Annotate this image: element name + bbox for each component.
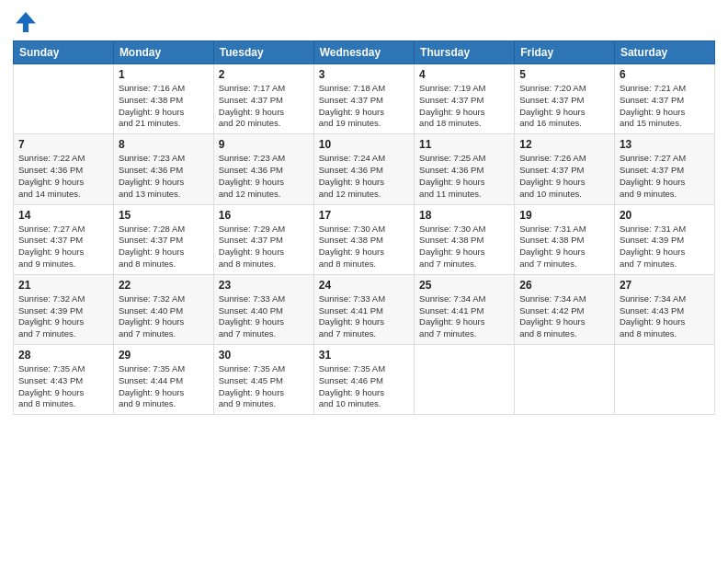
- calendar-cell: 15Sunrise: 7:28 AM Sunset: 4:37 PM Dayli…: [113, 204, 213, 274]
- day-number: 30: [219, 349, 309, 362]
- day-number: 19: [519, 209, 609, 222]
- day-info: Sunrise: 7:35 AM Sunset: 4:43 PM Dayligh…: [18, 363, 108, 410]
- calendar-cell: 26Sunrise: 7:34 AM Sunset: 4:42 PM Dayli…: [515, 274, 615, 344]
- calendar-cell: [515, 345, 615, 415]
- week-row-3: 21Sunrise: 7:32 AM Sunset: 4:39 PM Dayli…: [14, 274, 715, 344]
- calendar-cell: 25Sunrise: 7:34 AM Sunset: 4:41 PM Dayli…: [415, 274, 515, 344]
- day-info: Sunrise: 7:17 AM Sunset: 4:37 PM Dayligh…: [219, 83, 309, 130]
- weekday-header-row: SundayMondayTuesdayWednesdayThursdayFrid…: [14, 41, 715, 64]
- calendar-cell: 21Sunrise: 7:32 AM Sunset: 4:39 PM Dayli…: [14, 274, 114, 344]
- day-number: 1: [119, 68, 209, 81]
- calendar-cell: 13Sunrise: 7:27 AM Sunset: 4:37 PM Dayli…: [614, 134, 714, 204]
- weekday-header-friday: Friday: [515, 41, 615, 64]
- calendar-cell: 24Sunrise: 7:33 AM Sunset: 4:41 PM Dayli…: [313, 274, 414, 344]
- calendar-cell: 6Sunrise: 7:21 AM Sunset: 4:37 PM Daylig…: [614, 64, 714, 134]
- logo: [13, 9, 40, 35]
- day-info: Sunrise: 7:33 AM Sunset: 4:41 PM Dayligh…: [319, 293, 409, 340]
- calendar-cell: 20Sunrise: 7:31 AM Sunset: 4:39 PM Dayli…: [614, 204, 714, 274]
- calendar-cell: 22Sunrise: 7:32 AM Sunset: 4:40 PM Dayli…: [113, 274, 213, 344]
- day-number: 22: [119, 279, 209, 292]
- calendar-cell: 9Sunrise: 7:23 AM Sunset: 4:36 PM Daylig…: [213, 134, 313, 204]
- weekday-header-sunday: Sunday: [14, 41, 114, 64]
- calendar-cell: 5Sunrise: 7:20 AM Sunset: 4:37 PM Daylig…: [515, 64, 615, 134]
- day-number: 17: [319, 209, 409, 222]
- day-number: 24: [319, 279, 409, 292]
- day-number: 15: [119, 209, 209, 222]
- day-number: 3: [319, 68, 409, 81]
- day-info: Sunrise: 7:32 AM Sunset: 4:40 PM Dayligh…: [119, 293, 209, 340]
- day-info: Sunrise: 7:18 AM Sunset: 4:37 PM Dayligh…: [319, 83, 409, 130]
- weekday-header-wednesday: Wednesday: [313, 41, 414, 64]
- calendar-cell: 12Sunrise: 7:26 AM Sunset: 4:37 PM Dayli…: [515, 134, 615, 204]
- day-info: Sunrise: 7:26 AM Sunset: 4:37 PM Dayligh…: [519, 153, 609, 200]
- day-number: 26: [519, 279, 609, 292]
- day-info: Sunrise: 7:31 AM Sunset: 4:38 PM Dayligh…: [519, 224, 609, 270]
- day-number: 28: [18, 349, 108, 362]
- calendar-cell: 14Sunrise: 7:27 AM Sunset: 4:37 PM Dayli…: [14, 204, 114, 274]
- calendar-cell: 29Sunrise: 7:35 AM Sunset: 4:44 PM Dayli…: [113, 345, 213, 415]
- calendar-cell: 11Sunrise: 7:25 AM Sunset: 4:36 PM Dayli…: [415, 134, 515, 204]
- calendar-cell: 8Sunrise: 7:23 AM Sunset: 4:36 PM Daylig…: [113, 134, 213, 204]
- day-number: 18: [419, 209, 509, 222]
- day-number: 8: [119, 138, 209, 151]
- week-row-1: 7Sunrise: 7:22 AM Sunset: 4:36 PM Daylig…: [14, 134, 715, 204]
- day-number: 12: [519, 138, 609, 151]
- calendar-cell: 17Sunrise: 7:30 AM Sunset: 4:38 PM Dayli…: [313, 204, 414, 274]
- week-row-2: 14Sunrise: 7:27 AM Sunset: 4:37 PM Dayli…: [14, 204, 715, 274]
- day-number: 11: [419, 138, 509, 151]
- day-info: Sunrise: 7:32 AM Sunset: 4:39 PM Dayligh…: [18, 293, 108, 340]
- day-number: 21: [18, 279, 108, 292]
- day-info: Sunrise: 7:20 AM Sunset: 4:37 PM Dayligh…: [519, 83, 609, 130]
- day-info: Sunrise: 7:30 AM Sunset: 4:38 PM Dayligh…: [319, 224, 409, 270]
- weekday-header-thursday: Thursday: [415, 41, 515, 64]
- calendar-header: SundayMondayTuesdayWednesdayThursdayFrid…: [14, 41, 715, 64]
- day-info: Sunrise: 7:29 AM Sunset: 4:37 PM Dayligh…: [219, 224, 309, 270]
- day-number: 9: [219, 138, 309, 151]
- calendar-cell: 10Sunrise: 7:24 AM Sunset: 4:36 PM Dayli…: [313, 134, 414, 204]
- day-info: Sunrise: 7:24 AM Sunset: 4:36 PM Dayligh…: [319, 153, 409, 200]
- calendar-body: 1Sunrise: 7:16 AM Sunset: 4:38 PM Daylig…: [14, 64, 715, 415]
- day-info: Sunrise: 7:25 AM Sunset: 4:36 PM Dayligh…: [419, 153, 509, 200]
- calendar-cell: 31Sunrise: 7:35 AM Sunset: 4:46 PM Dayli…: [313, 345, 414, 415]
- svg-marker-0: [16, 12, 36, 32]
- calendar-cell: 7Sunrise: 7:22 AM Sunset: 4:36 PM Daylig…: [14, 134, 114, 204]
- day-info: Sunrise: 7:22 AM Sunset: 4:36 PM Dayligh…: [18, 153, 108, 200]
- calendar-cell: 16Sunrise: 7:29 AM Sunset: 4:37 PM Dayli…: [213, 204, 313, 274]
- calendar-table: SundayMondayTuesdayWednesdayThursdayFrid…: [13, 40, 715, 415]
- day-info: Sunrise: 7:34 AM Sunset: 4:41 PM Dayligh…: [419, 293, 509, 340]
- day-info: Sunrise: 7:27 AM Sunset: 4:37 PM Dayligh…: [620, 153, 710, 200]
- day-info: Sunrise: 7:27 AM Sunset: 4:37 PM Dayligh…: [18, 224, 108, 270]
- day-info: Sunrise: 7:33 AM Sunset: 4:40 PM Dayligh…: [219, 293, 309, 340]
- day-info: Sunrise: 7:23 AM Sunset: 4:36 PM Dayligh…: [119, 153, 209, 200]
- day-info: Sunrise: 7:35 AM Sunset: 4:45 PM Dayligh…: [219, 363, 309, 410]
- day-number: 23: [219, 279, 309, 292]
- calendar-cell: 2Sunrise: 7:17 AM Sunset: 4:37 PM Daylig…: [213, 64, 313, 134]
- calendar-cell: [614, 345, 714, 415]
- day-number: 25: [419, 279, 509, 292]
- day-info: Sunrise: 7:28 AM Sunset: 4:37 PM Dayligh…: [119, 224, 209, 270]
- day-info: Sunrise: 7:35 AM Sunset: 4:46 PM Dayligh…: [319, 363, 409, 410]
- calendar-cell: 23Sunrise: 7:33 AM Sunset: 4:40 PM Dayli…: [213, 274, 313, 344]
- header: [13, 9, 715, 35]
- day-number: 5: [519, 68, 609, 81]
- calendar-cell: 19Sunrise: 7:31 AM Sunset: 4:38 PM Dayli…: [515, 204, 615, 274]
- day-number: 4: [419, 68, 509, 81]
- calendar-cell: 18Sunrise: 7:30 AM Sunset: 4:38 PM Dayli…: [415, 204, 515, 274]
- weekday-header-monday: Monday: [113, 41, 213, 64]
- day-number: 7: [18, 138, 108, 151]
- logo-icon: [13, 9, 39, 35]
- day-number: 6: [620, 68, 710, 81]
- weekday-header-saturday: Saturday: [614, 41, 714, 64]
- day-number: 13: [620, 138, 710, 151]
- calendar-cell: 4Sunrise: 7:19 AM Sunset: 4:37 PM Daylig…: [415, 64, 515, 134]
- day-info: Sunrise: 7:34 AM Sunset: 4:42 PM Dayligh…: [519, 293, 609, 340]
- calendar-cell: 27Sunrise: 7:34 AM Sunset: 4:43 PM Dayli…: [614, 274, 714, 344]
- calendar-cell: 3Sunrise: 7:18 AM Sunset: 4:37 PM Daylig…: [313, 64, 414, 134]
- day-info: Sunrise: 7:30 AM Sunset: 4:38 PM Dayligh…: [419, 224, 509, 270]
- day-number: 27: [620, 279, 710, 292]
- page: SundayMondayTuesdayWednesdayThursdayFrid…: [0, 0, 728, 563]
- day-info: Sunrise: 7:35 AM Sunset: 4:44 PM Dayligh…: [119, 363, 209, 410]
- day-info: Sunrise: 7:31 AM Sunset: 4:39 PM Dayligh…: [620, 224, 710, 270]
- day-number: 14: [18, 209, 108, 222]
- day-number: 10: [319, 138, 409, 151]
